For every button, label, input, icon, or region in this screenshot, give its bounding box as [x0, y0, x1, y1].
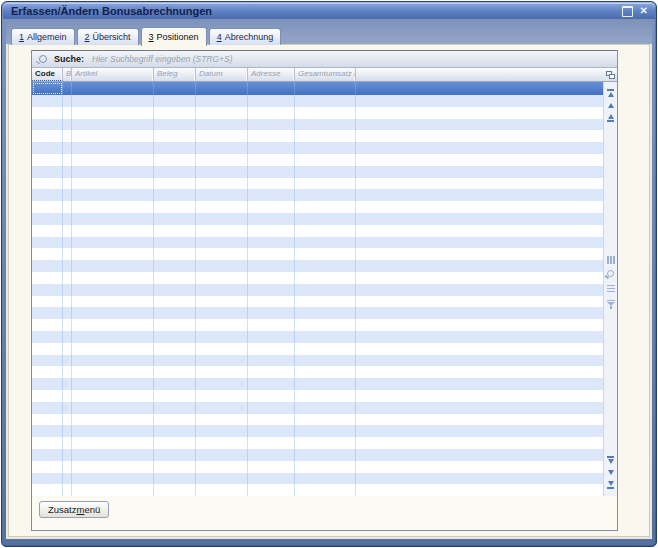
grid-header: CodeBArtikelBelegDatumAdresseGesamtumsat…	[32, 68, 617, 82]
table-row[interactable]	[32, 237, 604, 249]
table-row[interactable]	[32, 189, 604, 201]
cell	[32, 237, 63, 249]
table-row[interactable]	[32, 343, 604, 355]
cell	[154, 473, 196, 485]
cell	[154, 461, 196, 473]
cell	[72, 437, 154, 449]
column-header-code[interactable]: Code	[32, 68, 63, 81]
cell	[295, 95, 356, 107]
table-row[interactable]	[32, 107, 604, 119]
cell	[72, 201, 154, 213]
column-header-b[interactable]: B	[63, 68, 72, 81]
table-row[interactable]	[32, 119, 604, 131]
table-row[interactable]	[32, 425, 604, 437]
table-row[interactable]	[32, 378, 604, 390]
column-header-datum[interactable]: Datum	[196, 68, 248, 81]
table-row[interactable]	[32, 248, 604, 260]
cell	[63, 331, 72, 343]
tab-allgemein[interactable]: 1Allgemein	[11, 28, 75, 45]
cell	[72, 237, 154, 249]
tab-positionen[interactable]: 3Positionen	[141, 27, 207, 46]
cell	[295, 201, 356, 213]
table-row[interactable]	[32, 319, 604, 331]
cell	[63, 82, 72, 95]
cell	[196, 437, 248, 449]
zoom-button[interactable]	[607, 270, 614, 277]
table-row[interactable]	[32, 307, 604, 319]
filter-button[interactable]	[607, 300, 615, 310]
cell	[32, 201, 63, 213]
cell	[295, 355, 356, 367]
screen: Erfassen/Ändern Bonusabrechnungen ✕ 1All…	[0, 0, 658, 548]
cell	[295, 319, 356, 331]
column-header-adresse[interactable]: Adresse	[248, 68, 295, 81]
scroll-up-button[interactable]	[608, 103, 614, 108]
table-row[interactable]	[32, 366, 604, 378]
cell	[32, 343, 63, 355]
table-row[interactable]	[32, 178, 604, 190]
table-row[interactable]	[32, 154, 604, 166]
table-row[interactable]	[32, 390, 604, 402]
tab-übersicht[interactable]: 2Übersicht	[77, 28, 139, 45]
cell	[356, 343, 604, 355]
title-bar[interactable]: Erfassen/Ändern Bonusabrechnungen ✕	[3, 3, 655, 19]
cell	[63, 248, 72, 260]
table-row[interactable]	[32, 142, 604, 154]
cell	[72, 473, 154, 485]
table-row[interactable]	[32, 449, 604, 461]
scroll-to-last-icon	[608, 481, 614, 486]
table-row[interactable]	[32, 95, 604, 107]
cell	[196, 107, 248, 119]
table-row[interactable]	[32, 272, 604, 284]
table-row[interactable]	[32, 296, 604, 308]
table-row[interactable]	[32, 473, 604, 485]
table-row[interactable]	[32, 201, 604, 213]
columns-button[interactable]	[607, 256, 615, 264]
list-button[interactable]	[607, 283, 615, 294]
cell	[196, 449, 248, 461]
table-row[interactable]	[32, 461, 604, 473]
cell	[356, 260, 604, 272]
cell	[72, 414, 154, 426]
page-down-button[interactable]	[607, 456, 614, 464]
search-bar[interactable]: Suche: Hier Suchbegriff eingeben (STRG+S…	[32, 51, 617, 68]
column-header-gesamtumsatz-eur[interactable]: Gesamtumsatz EUR	[295, 68, 356, 81]
cell	[32, 484, 63, 496]
cell	[63, 343, 72, 355]
table-row[interactable]	[32, 284, 604, 296]
restore-icon[interactable]	[622, 6, 633, 17]
cell	[32, 189, 63, 201]
tab-abrechnung[interactable]: 4Abrechnung	[209, 28, 282, 45]
table-row[interactable]	[32, 414, 604, 426]
arrow-up-icon	[608, 103, 614, 108]
close-icon[interactable]: ✕	[640, 6, 648, 16]
table-row[interactable]	[32, 355, 604, 367]
cell	[154, 484, 196, 496]
table-row[interactable]	[32, 331, 604, 343]
column-header-artikel[interactable]: Artikel	[72, 68, 154, 81]
page-up-button[interactable]	[607, 114, 614, 122]
table-row[interactable]	[32, 130, 604, 142]
table-row[interactable]	[32, 225, 604, 237]
cell	[154, 402, 196, 414]
grid-scroll-rail[interactable]	[603, 82, 617, 496]
table-row[interactable]	[32, 402, 604, 414]
table-row[interactable]	[32, 213, 604, 225]
table-row[interactable]	[32, 166, 604, 178]
table-row[interactable]	[32, 484, 604, 496]
cell	[154, 390, 196, 402]
column-header-beleg[interactable]: Beleg	[154, 68, 196, 81]
search-input[interactable]: Hier Suchbegriff eingeben (STRG+S)	[92, 54, 233, 64]
zusatzmenu-button[interactable]: Zusatzmenü	[39, 501, 109, 518]
column-chooser-button[interactable]	[604, 68, 617, 81]
cell	[248, 82, 295, 95]
cell	[295, 178, 356, 190]
cell	[356, 296, 604, 308]
scroll-down-button[interactable]	[608, 470, 614, 475]
selected-row[interactable]	[32, 82, 604, 95]
table-row[interactable]	[32, 437, 604, 449]
cell	[356, 166, 604, 178]
scroll-to-last-button[interactable]	[607, 481, 614, 489]
table-row[interactable]	[32, 260, 604, 272]
scroll-to-first-button[interactable]	[607, 89, 614, 97]
